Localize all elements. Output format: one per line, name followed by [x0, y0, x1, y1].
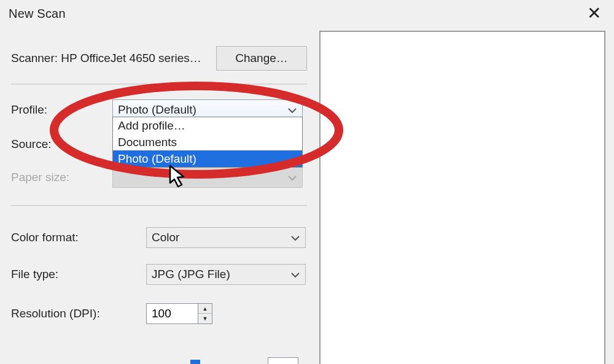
slider-thumb-icon[interactable] [189, 358, 201, 364]
file-type-dropdown[interactable]: JPG (JPG File) [146, 264, 306, 285]
profile-dropdown-list: Add profile… Documents Photo (Default) [112, 117, 303, 168]
color-format-row: Color format: Color [11, 223, 307, 252]
settings-pane: Scanner: HP OfficeJet 4650 series… Chang… [0, 27, 313, 364]
color-format-dropdown[interactable]: Color [146, 227, 306, 248]
divider [11, 205, 307, 206]
color-format-dropdown-value: Color [152, 231, 287, 244]
profile-option-documents[interactable]: Documents [113, 134, 302, 150]
file-type-label: File type: [11, 268, 146, 281]
file-type-dropdown-value: JPG (JPG File) [152, 268, 287, 281]
profile-row: Profile: Photo (Default) Add profile… Do… [11, 96, 307, 124]
resolution-input[interactable] [146, 303, 198, 324]
close-icon: ✕ [587, 5, 601, 22]
paper-size-label: Paper size: [11, 171, 112, 184]
scanner-label: Scanner: HP OfficeJet 4650 series… [11, 52, 201, 65]
chevron-down-icon [290, 233, 300, 242]
file-type-row: File type: JPG (JPG File) [11, 260, 307, 288]
profile-label: Profile: [11, 103, 112, 117]
window-title: New Scan [9, 7, 66, 21]
chevron-down-icon [287, 172, 297, 182]
scanner-row: Scanner: HP OfficeJet 4650 series… Chang… [11, 42, 307, 75]
resolution-row: Resolution (DPI): ▲ ▼ [11, 300, 307, 328]
profile-dropdown-value: Photo (Default) [118, 103, 284, 117]
source-label: Source: [11, 137, 112, 151]
paper-size-dropdown [112, 167, 303, 188]
profile-option-photo-default[interactable]: Photo (Default) [113, 150, 302, 167]
change-scanner-button[interactable]: Change… [216, 46, 307, 71]
divider [11, 83, 307, 85]
resolution-spin-buttons: ▲ ▼ [198, 303, 212, 324]
color-format-label: Color format: [11, 231, 146, 244]
resolution-label: Resolution (DPI): [11, 307, 146, 320]
resolution-spin[interactable]: ▲ ▼ [146, 303, 214, 324]
chevron-down-icon [287, 105, 297, 115]
preview-pane[interactable] [319, 31, 605, 364]
new-scan-window: New Scan ✕ Scanner: HP OfficeJet 4650 se… [0, 0, 614, 364]
chevron-down-icon [290, 269, 300, 279]
close-button[interactable]: ✕ [581, 4, 608, 23]
content-area: Scanner: HP OfficeJet 4650 series… Chang… [0, 27, 614, 364]
spin-down-button[interactable]: ▼ [198, 314, 212, 323]
titlebar: New Scan ✕ [0, 0, 614, 27]
spin-up-button[interactable]: ▲ [198, 304, 212, 314]
partial-input[interactable] [268, 357, 298, 364]
profile-option-add[interactable]: Add profile… [113, 117, 302, 134]
